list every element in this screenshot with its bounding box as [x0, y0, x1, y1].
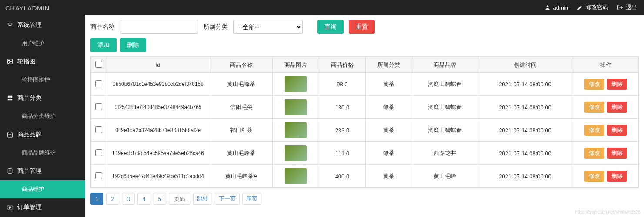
cell-category: 绿茶: [365, 142, 412, 165]
th-brand: 商品品牌: [412, 57, 477, 73]
cell-brand: 洞庭山碧螺春: [412, 73, 477, 96]
cell-image: [272, 96, 319, 119]
sidebar-group-商品品牌[interactable]: 商品品牌: [0, 125, 85, 144]
sidebar-group-轮播图[interactable]: 轮播图: [0, 53, 85, 71]
cell-category: 黄茶: [365, 165, 412, 188]
edit-icon: [577, 4, 583, 10]
logout-icon: [617, 4, 623, 10]
topbar-logout-label: 退出: [626, 3, 637, 11]
search-category-select[interactable]: --全部--: [233, 20, 303, 34]
sidebar-item-商品维护[interactable]: 商品维护: [0, 180, 85, 198]
sidebar-group-label: 订单管理: [17, 204, 42, 211]
cell-created: 2021-05-14 08:00:00: [477, 165, 573, 188]
table-row: 0f25438ffe7f40d485e3798449a4b765信阳毛尖130.…: [91, 96, 638, 119]
cell-image: [272, 142, 319, 165]
main-panel: 商品名称 所属分类 --全部-- 查询 重置 添加 删除: [85, 15, 644, 210]
query-button[interactable]: 查询: [317, 20, 344, 34]
cell-price: 233.0: [319, 119, 365, 142]
pagination: 12345跳转下一页尾页: [90, 193, 639, 205]
svg-rect-5: [8, 99, 10, 100]
page-input[interactable]: [169, 193, 190, 205]
topbar-user-label: admin: [553, 4, 568, 11]
cell-created: 2021-05-14 08:00:00: [477, 119, 573, 142]
row-checkbox[interactable]: [95, 80, 102, 87]
edit-button[interactable]: 修改: [584, 148, 604, 159]
row-checkbox[interactable]: [95, 103, 102, 110]
cell-id: 0ff9e1da2b324a28b71e8f0f15bbaf2e: [106, 119, 210, 142]
delete-button[interactable]: 删除: [607, 171, 627, 182]
th-price: 商品价格: [319, 57, 365, 73]
reset-button[interactable]: 重置: [349, 20, 375, 34]
cell-created: 2021-05-14 08:00:00: [477, 96, 573, 119]
edit-button[interactable]: 修改: [584, 171, 604, 182]
sidebar-item-轮播图维护[interactable]: 轮播图维护: [0, 71, 85, 89]
add-button[interactable]: 添加: [90, 38, 117, 52]
page-5[interactable]: 5: [153, 193, 166, 205]
page-4[interactable]: 4: [137, 193, 150, 205]
sidebar-item-商品品牌维护[interactable]: 商品品牌维护: [0, 144, 85, 162]
product-thumb: [285, 122, 307, 138]
topbar-change-password-label: 修改密码: [586, 3, 608, 11]
edit-button[interactable]: 修改: [584, 79, 604, 90]
cell-name: 黄山毛峰茶A: [210, 165, 273, 188]
product-thumb: [285, 145, 307, 161]
topbar-change-password[interactable]: 修改密码: [577, 3, 608, 11]
svg-point-2: [9, 60, 10, 61]
checkbox-all[interactable]: [95, 61, 102, 68]
cell-image: [272, 165, 319, 188]
cell-id: 0f25438ffe7f40d485e3798449a4b765: [106, 96, 210, 119]
sidebar-group-商品分类[interactable]: 商品分类: [0, 89, 85, 107]
page-3[interactable]: 3: [122, 193, 135, 205]
cell-brand: 洞庭山碧螺春: [412, 119, 477, 142]
table-wrap: id 商品名称 商品图片 商品价格 所属分类 商品品牌 创建时间 操作 0b50…: [90, 56, 639, 188]
delete-button[interactable]: 删除: [607, 102, 627, 113]
delete-button[interactable]: 删除: [607, 79, 627, 90]
sidebar: CHAYI ADMIN 系统管理用户维护轮播图轮播图维护商品分类商品分类维护商品…: [0, 0, 85, 217]
sidebar-group-订单管理[interactable]: 订单管理: [0, 198, 85, 217]
page-2[interactable]: 2: [106, 193, 119, 205]
cell-brand: 西湖龙井: [412, 142, 477, 165]
row-checkbox[interactable]: [95, 126, 102, 133]
delete-button[interactable]: 删除: [607, 125, 627, 136]
page-last-button[interactable]: 尾页: [242, 193, 261, 205]
th-id: id: [106, 57, 210, 73]
topbar-logout[interactable]: 退出: [617, 3, 637, 11]
product-thumb: [285, 76, 307, 92]
th-name: 商品名称: [210, 57, 273, 73]
bulk-delete-button[interactable]: 删除: [120, 38, 146, 52]
cell-category: 绿茶: [365, 96, 412, 119]
search-bar: 商品名称 所属分类 --全部-- 查询 重置: [90, 20, 639, 34]
page-next-button[interactable]: 下一页: [215, 193, 240, 205]
cell-created: 2021-05-14 08:00:00: [477, 142, 573, 165]
sidebar-nav: 系统管理用户维护轮播图轮播图维护商品分类商品分类维护商品品牌商品品牌维护商品管理…: [0, 16, 85, 217]
edit-button[interactable]: 修改: [584, 125, 604, 136]
cell-price: 98.0: [319, 73, 365, 96]
cell-id: 192c6d5ee47d43e49c49ce511c1abdd4: [106, 165, 210, 188]
cell-price: 400.0: [319, 165, 365, 188]
cell-brand: 黄山毛峰: [412, 165, 477, 188]
delete-button[interactable]: 删除: [607, 148, 627, 159]
product-thumb: [285, 99, 307, 115]
cell-price: 130.0: [319, 96, 365, 119]
sidebar-item-商品分类维护[interactable]: 商品分类维护: [0, 107, 85, 125]
cell-image: [272, 73, 319, 96]
page-jump-button[interactable]: 跳转: [193, 193, 212, 205]
th-category: 所属分类: [365, 57, 412, 73]
page-1[interactable]: 1: [90, 193, 103, 205]
bag-icon: [7, 132, 13, 138]
th-ops: 操作: [573, 57, 638, 73]
svg-point-15: [546, 5, 548, 7]
row-checkbox[interactable]: [95, 172, 102, 179]
sidebar-item-用户维护[interactable]: 用户维护: [0, 34, 85, 53]
sidebar-group-label: 轮播图: [17, 58, 36, 66]
cell-id: 0b50b6781c1e453e93b0cb2def378158: [106, 73, 210, 96]
search-name-input[interactable]: [120, 20, 198, 34]
th-created: 创建时间: [477, 57, 573, 73]
sidebar-group-商品管理[interactable]: 商品管理: [0, 162, 85, 180]
list-icon: [7, 204, 13, 210]
sidebar-group-label: 商品品牌: [17, 131, 42, 138]
sidebar-group-系统管理[interactable]: 系统管理: [0, 16, 85, 34]
row-checkbox[interactable]: [95, 149, 102, 156]
topbar-user[interactable]: admin: [544, 4, 568, 11]
edit-button[interactable]: 修改: [584, 102, 604, 113]
